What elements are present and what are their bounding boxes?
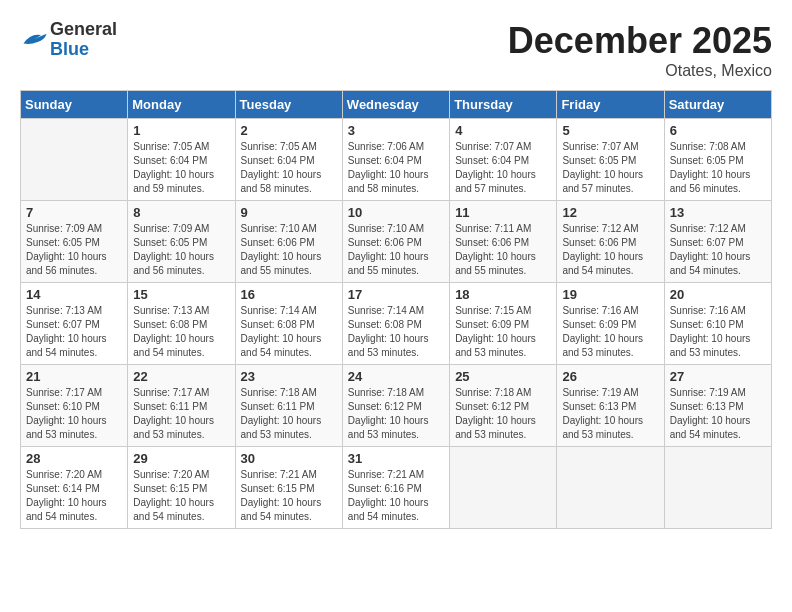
calendar-cell: 31Sunrise: 7:21 AM Sunset: 6:16 PM Dayli…	[342, 447, 449, 529]
calendar-cell: 4Sunrise: 7:07 AM Sunset: 6:04 PM Daylig…	[450, 119, 557, 201]
day-info: Sunrise: 7:12 AM Sunset: 6:07 PM Dayligh…	[670, 222, 766, 278]
day-info: Sunrise: 7:16 AM Sunset: 6:09 PM Dayligh…	[562, 304, 658, 360]
calendar-cell: 29Sunrise: 7:20 AM Sunset: 6:15 PM Dayli…	[128, 447, 235, 529]
day-number: 31	[348, 451, 444, 466]
month-title: December 2025	[508, 20, 772, 62]
day-info: Sunrise: 7:18 AM Sunset: 6:11 PM Dayligh…	[241, 386, 337, 442]
calendar-week-row: 14Sunrise: 7:13 AM Sunset: 6:07 PM Dayli…	[21, 283, 772, 365]
weekday-header-saturday: Saturday	[664, 91, 771, 119]
calendar-cell: 18Sunrise: 7:15 AM Sunset: 6:09 PM Dayli…	[450, 283, 557, 365]
calendar-cell: 26Sunrise: 7:19 AM Sunset: 6:13 PM Dayli…	[557, 365, 664, 447]
logo-icon	[20, 29, 48, 51]
calendar-week-row: 21Sunrise: 7:17 AM Sunset: 6:10 PM Dayli…	[21, 365, 772, 447]
weekday-header-wednesday: Wednesday	[342, 91, 449, 119]
calendar-cell: 14Sunrise: 7:13 AM Sunset: 6:07 PM Dayli…	[21, 283, 128, 365]
day-info: Sunrise: 7:09 AM Sunset: 6:05 PM Dayligh…	[26, 222, 122, 278]
logo-general-text: General	[50, 20, 117, 40]
day-number: 3	[348, 123, 444, 138]
day-info: Sunrise: 7:19 AM Sunset: 6:13 PM Dayligh…	[562, 386, 658, 442]
calendar-table: SundayMondayTuesdayWednesdayThursdayFrid…	[20, 90, 772, 529]
day-number: 15	[133, 287, 229, 302]
day-info: Sunrise: 7:13 AM Sunset: 6:08 PM Dayligh…	[133, 304, 229, 360]
location-subtitle: Otates, Mexico	[508, 62, 772, 80]
day-info: Sunrise: 7:05 AM Sunset: 6:04 PM Dayligh…	[241, 140, 337, 196]
calendar-week-row: 1Sunrise: 7:05 AM Sunset: 6:04 PM Daylig…	[21, 119, 772, 201]
day-number: 8	[133, 205, 229, 220]
day-info: Sunrise: 7:18 AM Sunset: 6:12 PM Dayligh…	[455, 386, 551, 442]
calendar-cell: 1Sunrise: 7:05 AM Sunset: 6:04 PM Daylig…	[128, 119, 235, 201]
day-number: 5	[562, 123, 658, 138]
day-info: Sunrise: 7:09 AM Sunset: 6:05 PM Dayligh…	[133, 222, 229, 278]
calendar-cell: 7Sunrise: 7:09 AM Sunset: 6:05 PM Daylig…	[21, 201, 128, 283]
day-info: Sunrise: 7:06 AM Sunset: 6:04 PM Dayligh…	[348, 140, 444, 196]
day-info: Sunrise: 7:21 AM Sunset: 6:16 PM Dayligh…	[348, 468, 444, 524]
calendar-cell	[557, 447, 664, 529]
calendar-cell: 2Sunrise: 7:05 AM Sunset: 6:04 PM Daylig…	[235, 119, 342, 201]
calendar-cell	[664, 447, 771, 529]
day-info: Sunrise: 7:10 AM Sunset: 6:06 PM Dayligh…	[241, 222, 337, 278]
day-info: Sunrise: 7:07 AM Sunset: 6:05 PM Dayligh…	[562, 140, 658, 196]
day-info: Sunrise: 7:18 AM Sunset: 6:12 PM Dayligh…	[348, 386, 444, 442]
calendar-cell: 20Sunrise: 7:16 AM Sunset: 6:10 PM Dayli…	[664, 283, 771, 365]
day-info: Sunrise: 7:14 AM Sunset: 6:08 PM Dayligh…	[348, 304, 444, 360]
day-number: 11	[455, 205, 551, 220]
day-info: Sunrise: 7:21 AM Sunset: 6:15 PM Dayligh…	[241, 468, 337, 524]
page-header: General Blue December 2025 Otates, Mexic…	[20, 20, 772, 80]
calendar-cell: 24Sunrise: 7:18 AM Sunset: 6:12 PM Dayli…	[342, 365, 449, 447]
day-info: Sunrise: 7:05 AM Sunset: 6:04 PM Dayligh…	[133, 140, 229, 196]
calendar-week-row: 28Sunrise: 7:20 AM Sunset: 6:14 PM Dayli…	[21, 447, 772, 529]
calendar-cell: 27Sunrise: 7:19 AM Sunset: 6:13 PM Dayli…	[664, 365, 771, 447]
weekday-header-thursday: Thursday	[450, 91, 557, 119]
day-number: 28	[26, 451, 122, 466]
day-number: 9	[241, 205, 337, 220]
calendar-cell	[450, 447, 557, 529]
calendar-cell: 15Sunrise: 7:13 AM Sunset: 6:08 PM Dayli…	[128, 283, 235, 365]
day-number: 27	[670, 369, 766, 384]
day-info: Sunrise: 7:17 AM Sunset: 6:11 PM Dayligh…	[133, 386, 229, 442]
day-number: 12	[562, 205, 658, 220]
logo: General Blue	[20, 20, 117, 60]
calendar-cell: 12Sunrise: 7:12 AM Sunset: 6:06 PM Dayli…	[557, 201, 664, 283]
day-info: Sunrise: 7:08 AM Sunset: 6:05 PM Dayligh…	[670, 140, 766, 196]
day-number: 29	[133, 451, 229, 466]
day-number: 22	[133, 369, 229, 384]
calendar-cell: 3Sunrise: 7:06 AM Sunset: 6:04 PM Daylig…	[342, 119, 449, 201]
day-info: Sunrise: 7:17 AM Sunset: 6:10 PM Dayligh…	[26, 386, 122, 442]
day-number: 26	[562, 369, 658, 384]
day-info: Sunrise: 7:07 AM Sunset: 6:04 PM Dayligh…	[455, 140, 551, 196]
day-number: 19	[562, 287, 658, 302]
day-info: Sunrise: 7:20 AM Sunset: 6:15 PM Dayligh…	[133, 468, 229, 524]
calendar-cell: 5Sunrise: 7:07 AM Sunset: 6:05 PM Daylig…	[557, 119, 664, 201]
title-block: December 2025 Otates, Mexico	[508, 20, 772, 80]
day-number: 21	[26, 369, 122, 384]
day-info: Sunrise: 7:20 AM Sunset: 6:14 PM Dayligh…	[26, 468, 122, 524]
day-number: 16	[241, 287, 337, 302]
calendar-cell: 6Sunrise: 7:08 AM Sunset: 6:05 PM Daylig…	[664, 119, 771, 201]
weekday-header-sunday: Sunday	[21, 91, 128, 119]
day-number: 25	[455, 369, 551, 384]
day-number: 24	[348, 369, 444, 384]
calendar-cell: 30Sunrise: 7:21 AM Sunset: 6:15 PM Dayli…	[235, 447, 342, 529]
calendar-cell: 22Sunrise: 7:17 AM Sunset: 6:11 PM Dayli…	[128, 365, 235, 447]
weekday-header-row: SundayMondayTuesdayWednesdayThursdayFrid…	[21, 91, 772, 119]
day-number: 13	[670, 205, 766, 220]
day-info: Sunrise: 7:10 AM Sunset: 6:06 PM Dayligh…	[348, 222, 444, 278]
day-number: 18	[455, 287, 551, 302]
day-info: Sunrise: 7:11 AM Sunset: 6:06 PM Dayligh…	[455, 222, 551, 278]
day-number: 4	[455, 123, 551, 138]
calendar-cell: 16Sunrise: 7:14 AM Sunset: 6:08 PM Dayli…	[235, 283, 342, 365]
day-number: 10	[348, 205, 444, 220]
calendar-cell: 9Sunrise: 7:10 AM Sunset: 6:06 PM Daylig…	[235, 201, 342, 283]
day-info: Sunrise: 7:14 AM Sunset: 6:08 PM Dayligh…	[241, 304, 337, 360]
weekday-header-tuesday: Tuesday	[235, 91, 342, 119]
calendar-cell: 21Sunrise: 7:17 AM Sunset: 6:10 PM Dayli…	[21, 365, 128, 447]
calendar-cell: 19Sunrise: 7:16 AM Sunset: 6:09 PM Dayli…	[557, 283, 664, 365]
day-number: 6	[670, 123, 766, 138]
logo-blue-text: Blue	[50, 40, 117, 60]
day-info: Sunrise: 7:15 AM Sunset: 6:09 PM Dayligh…	[455, 304, 551, 360]
calendar-cell: 10Sunrise: 7:10 AM Sunset: 6:06 PM Dayli…	[342, 201, 449, 283]
day-number: 2	[241, 123, 337, 138]
weekday-header-monday: Monday	[128, 91, 235, 119]
calendar-cell: 17Sunrise: 7:14 AM Sunset: 6:08 PM Dayli…	[342, 283, 449, 365]
day-number: 7	[26, 205, 122, 220]
